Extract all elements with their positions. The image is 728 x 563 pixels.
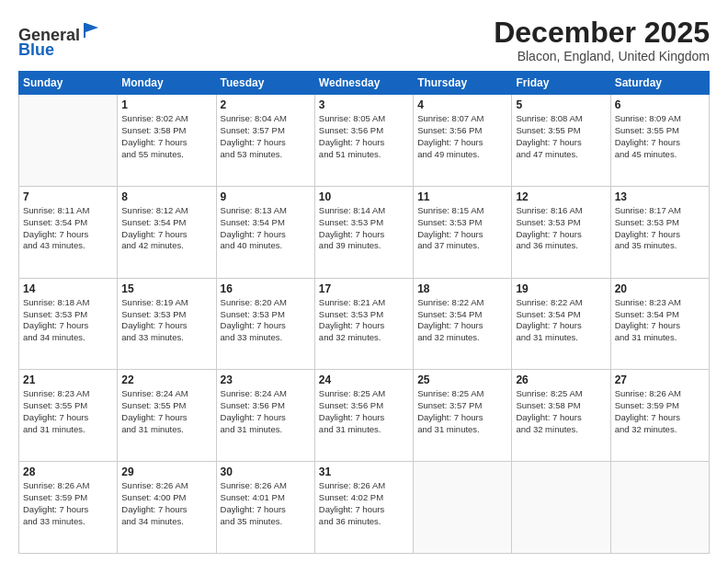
calendar-table: Sunday Monday Tuesday Wednesday Thursday… xyxy=(18,71,710,554)
day-info: Sunrise: 8:22 AM Sunset: 3:54 PM Dayligh… xyxy=(417,297,507,344)
day-info: Sunrise: 8:26 AM Sunset: 4:00 PM Dayligh… xyxy=(121,480,211,527)
table-row xyxy=(414,462,512,554)
day-number: 2 xyxy=(221,98,311,111)
table-row: 17Sunrise: 8:21 AM Sunset: 3:53 PM Dayli… xyxy=(314,278,413,370)
day-number: 18 xyxy=(417,282,507,295)
day-info: Sunrise: 8:24 AM Sunset: 3:56 PM Dayligh… xyxy=(221,388,311,435)
table-row: 12Sunrise: 8:16 AM Sunset: 3:53 PM Dayli… xyxy=(512,186,610,278)
day-number: 14 xyxy=(23,282,113,295)
col-thursday: Thursday xyxy=(414,72,512,95)
day-number: 16 xyxy=(221,282,311,295)
day-number: 26 xyxy=(516,373,606,386)
day-number: 5 xyxy=(516,98,606,111)
day-info: Sunrise: 8:20 AM Sunset: 3:53 PM Dayligh… xyxy=(221,297,311,344)
day-info: Sunrise: 8:14 AM Sunset: 3:53 PM Dayligh… xyxy=(319,205,409,252)
day-number: 12 xyxy=(516,190,606,203)
day-number: 4 xyxy=(417,98,507,111)
day-info: Sunrise: 8:17 AM Sunset: 3:53 PM Dayligh… xyxy=(615,205,705,252)
table-row: 9Sunrise: 8:13 AM Sunset: 3:54 PM Daylig… xyxy=(216,186,314,278)
table-row xyxy=(512,462,610,554)
table-row xyxy=(610,462,709,554)
day-number: 1 xyxy=(121,98,211,111)
col-wednesday: Wednesday xyxy=(314,72,413,95)
table-row: 24Sunrise: 8:25 AM Sunset: 3:56 PM Dayli… xyxy=(314,370,413,462)
calendar-week-row: 21Sunrise: 8:23 AM Sunset: 3:55 PM Dayli… xyxy=(19,370,710,462)
day-info: Sunrise: 8:15 AM Sunset: 3:53 PM Dayligh… xyxy=(417,205,507,252)
day-number: 20 xyxy=(615,282,705,295)
table-row: 21Sunrise: 8:23 AM Sunset: 3:55 PM Dayli… xyxy=(19,370,118,462)
day-info: Sunrise: 8:02 AM Sunset: 3:58 PM Dayligh… xyxy=(121,113,211,160)
day-number: 13 xyxy=(615,190,705,203)
day-number: 8 xyxy=(121,190,211,203)
logo-flag-icon xyxy=(82,20,102,40)
day-info: Sunrise: 8:25 AM Sunset: 3:57 PM Dayligh… xyxy=(417,388,507,435)
table-row: 28Sunrise: 8:26 AM Sunset: 3:59 PM Dayli… xyxy=(19,462,118,554)
title-block: December 2025 Blacon, England, United Ki… xyxy=(494,17,710,63)
day-number: 19 xyxy=(516,282,606,295)
day-number: 23 xyxy=(221,373,311,386)
calendar-week-row: 14Sunrise: 8:18 AM Sunset: 3:53 PM Dayli… xyxy=(19,278,710,370)
page: General Blue December 2025 Blacon, Engla… xyxy=(0,0,728,563)
location: Blacon, England, United Kingdom xyxy=(494,49,710,63)
day-number: 31 xyxy=(319,465,409,478)
col-friday: Friday xyxy=(512,72,610,95)
table-row: 26Sunrise: 8:25 AM Sunset: 3:58 PM Dayli… xyxy=(512,370,610,462)
day-info: Sunrise: 8:26 AM Sunset: 4:01 PM Dayligh… xyxy=(221,480,311,527)
day-info: Sunrise: 8:07 AM Sunset: 3:56 PM Dayligh… xyxy=(417,113,507,160)
header: General Blue December 2025 Blacon, Engla… xyxy=(18,17,710,63)
day-number: 21 xyxy=(23,373,113,386)
day-number: 9 xyxy=(221,190,311,203)
calendar-week-row: 1Sunrise: 8:02 AM Sunset: 3:58 PM Daylig… xyxy=(19,95,710,187)
day-info: Sunrise: 8:19 AM Sunset: 3:53 PM Dayligh… xyxy=(121,297,211,344)
svg-marker-0 xyxy=(84,23,98,38)
table-row: 20Sunrise: 8:23 AM Sunset: 3:54 PM Dayli… xyxy=(610,278,709,370)
day-number: 6 xyxy=(615,98,705,111)
day-number: 3 xyxy=(319,98,409,111)
table-row: 15Sunrise: 8:19 AM Sunset: 3:53 PM Dayli… xyxy=(118,278,216,370)
table-row: 23Sunrise: 8:24 AM Sunset: 3:56 PM Dayli… xyxy=(216,370,314,462)
day-number: 24 xyxy=(319,373,409,386)
day-info: Sunrise: 8:24 AM Sunset: 3:55 PM Dayligh… xyxy=(121,388,211,435)
table-row: 18Sunrise: 8:22 AM Sunset: 3:54 PM Dayli… xyxy=(414,278,512,370)
table-row: 2Sunrise: 8:04 AM Sunset: 3:57 PM Daylig… xyxy=(216,95,314,187)
table-row: 6Sunrise: 8:09 AM Sunset: 3:55 PM Daylig… xyxy=(610,95,709,187)
day-info: Sunrise: 8:12 AM Sunset: 3:54 PM Dayligh… xyxy=(121,205,211,252)
table-row: 16Sunrise: 8:20 AM Sunset: 3:53 PM Dayli… xyxy=(216,278,314,370)
day-info: Sunrise: 8:26 AM Sunset: 4:02 PM Dayligh… xyxy=(319,480,409,527)
day-info: Sunrise: 8:09 AM Sunset: 3:55 PM Dayligh… xyxy=(615,113,705,160)
day-info: Sunrise: 8:05 AM Sunset: 3:56 PM Dayligh… xyxy=(319,113,409,160)
day-number: 28 xyxy=(23,465,113,478)
table-row: 3Sunrise: 8:05 AM Sunset: 3:56 PM Daylig… xyxy=(314,95,413,187)
calendar-header-row: Sunday Monday Tuesday Wednesday Thursday… xyxy=(19,72,710,95)
day-info: Sunrise: 8:13 AM Sunset: 3:54 PM Dayligh… xyxy=(221,205,311,252)
day-info: Sunrise: 8:26 AM Sunset: 3:59 PM Dayligh… xyxy=(615,388,705,435)
table-row: 11Sunrise: 8:15 AM Sunset: 3:53 PM Dayli… xyxy=(414,186,512,278)
table-row: 31Sunrise: 8:26 AM Sunset: 4:02 PM Dayli… xyxy=(314,462,413,554)
table-row: 1Sunrise: 8:02 AM Sunset: 3:58 PM Daylig… xyxy=(118,95,216,187)
table-row: 30Sunrise: 8:26 AM Sunset: 4:01 PM Dayli… xyxy=(216,462,314,554)
logo-blue-text: Blue xyxy=(18,40,54,59)
table-row: 8Sunrise: 8:12 AM Sunset: 3:54 PM Daylig… xyxy=(118,186,216,278)
table-row: 19Sunrise: 8:22 AM Sunset: 3:54 PM Dayli… xyxy=(512,278,610,370)
table-row: 10Sunrise: 8:14 AM Sunset: 3:53 PM Dayli… xyxy=(314,186,413,278)
day-number: 27 xyxy=(615,373,705,386)
table-row: 25Sunrise: 8:25 AM Sunset: 3:57 PM Dayli… xyxy=(414,370,512,462)
day-info: Sunrise: 8:08 AM Sunset: 3:55 PM Dayligh… xyxy=(516,113,606,160)
col-saturday: Saturday xyxy=(610,72,709,95)
day-number: 22 xyxy=(121,373,211,386)
col-sunday: Sunday xyxy=(19,72,118,95)
day-number: 25 xyxy=(417,373,507,386)
calendar-week-row: 28Sunrise: 8:26 AM Sunset: 3:59 PM Dayli… xyxy=(19,462,710,554)
day-info: Sunrise: 8:22 AM Sunset: 3:54 PM Dayligh… xyxy=(516,297,606,344)
day-info: Sunrise: 8:11 AM Sunset: 3:54 PM Dayligh… xyxy=(23,205,113,252)
day-number: 15 xyxy=(121,282,211,295)
table-row: 29Sunrise: 8:26 AM Sunset: 4:00 PM Dayli… xyxy=(118,462,216,554)
table-row: 14Sunrise: 8:18 AM Sunset: 3:53 PM Dayli… xyxy=(19,278,118,370)
day-info: Sunrise: 8:25 AM Sunset: 3:58 PM Dayligh… xyxy=(516,388,606,435)
day-info: Sunrise: 8:21 AM Sunset: 3:53 PM Dayligh… xyxy=(319,297,409,344)
calendar-week-row: 7Sunrise: 8:11 AM Sunset: 3:54 PM Daylig… xyxy=(19,186,710,278)
day-info: Sunrise: 8:18 AM Sunset: 3:53 PM Dayligh… xyxy=(23,297,113,344)
day-number: 29 xyxy=(121,465,211,478)
day-info: Sunrise: 8:23 AM Sunset: 3:54 PM Dayligh… xyxy=(615,297,705,344)
day-info: Sunrise: 8:23 AM Sunset: 3:55 PM Dayligh… xyxy=(23,388,113,435)
